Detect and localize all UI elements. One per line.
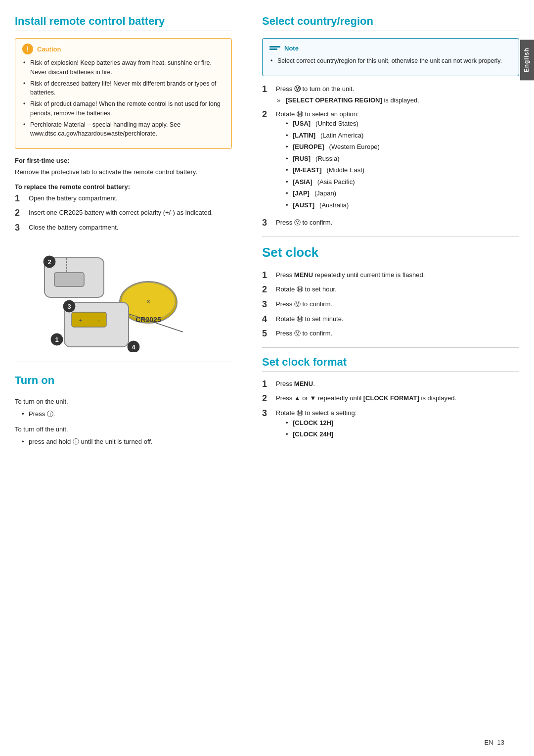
turn-off-intro: To turn off the unit, (15, 425, 232, 435)
select-country-section: Select country/region Note Select correc… (262, 15, 519, 229)
replace-step-2: 2 Insert one CR2025 battery with correct… (15, 208, 232, 219)
set-clock-format-step-3-text: Rotate Ⓜ to select a setting: (276, 409, 356, 417)
svg-rect-11 (72, 312, 106, 327)
region-options-list: [USA] (United States) [LATIN] (Latin Ame… (286, 119, 519, 210)
set-clock-step-2: 2 Rotate Ⓜ to set hour. (262, 284, 519, 295)
caution-item: Perchlorate Material – special handling … (22, 120, 224, 139)
region-option-usa: [USA] (United States) (286, 119, 519, 129)
caution-header: ! Caution (22, 44, 224, 54)
install-title: Install remote control battery (15, 15, 232, 31)
set-clock-step-4: 4 Rotate Ⓜ to set minute. (262, 314, 519, 325)
main-layout: Install remote control battery ! Caution… (0, 15, 534, 449)
country-steps-list: 1 Press Ⓜ to turn on the unit. [SELECT O… (262, 84, 519, 229)
caution-item: Risk of product damage! When the remote … (22, 99, 224, 118)
set-clock-format-step-2: 2 Press ▲ or ▼ repeatedly until [CLOCK F… (262, 393, 519, 404)
svg-text:4: 4 (132, 343, 135, 351)
region-option-jap: [JAP] (Japan) (286, 189, 519, 198)
caution-label: Caution (37, 46, 61, 53)
set-clock-step-5: 5 Press Ⓜ to confirm. (262, 329, 519, 339)
caution-icon: ! (22, 44, 33, 54)
first-use-heading: For first-time use: (15, 157, 232, 164)
section-divider-2 (262, 236, 519, 237)
country-step-2-text: Rotate Ⓜ to select an option: (276, 110, 359, 118)
caution-item: Risk of explosion! Keep batteries away f… (22, 58, 224, 77)
language-tab: English (520, 40, 534, 80)
note-icon (269, 44, 280, 52)
svg-rect-1 (54, 273, 84, 286)
region-option-europe: [EUROPE] (Western Europe) (286, 142, 519, 152)
country-step-1-text: Press Ⓜ to turn on the unit. (276, 85, 354, 93)
set-clock-format-steps-list: 1 Press MENU. 2 Press ▲ or ▼ repeatedly … (262, 379, 519, 441)
footer-label: EN (484, 739, 493, 746)
set-clock-format-step-1: 1 Press MENU. (262, 379, 519, 390)
set-clock-title: Set clock (262, 245, 519, 263)
section-divider-3 (262, 347, 519, 348)
turn-on-section: Turn on To turn on the unit, Press ⓘ. To… (15, 374, 232, 447)
country-step-3: 3 Press Ⓜ to confirm. (262, 218, 519, 229)
clock-options-list: [CLOCK 12H] [CLOCK 24H] (286, 418, 519, 439)
set-clock-step-3: 3 Press Ⓜ to confirm. (262, 299, 519, 310)
replace-heading: To replace the remote control battery: (15, 183, 232, 190)
country-step-2: 2 Rotate Ⓜ to select an option: [USA] (U… (262, 109, 519, 214)
caution-list: Risk of explosion! Keep batteries away f… (22, 58, 224, 139)
set-clock-step-1: 1 Press MENU repeatedly until current ti… (262, 270, 519, 281)
set-clock-format-step-3: 3 Rotate Ⓜ to select a setting: [CLOCK 1… (262, 408, 519, 441)
replace-step-1: 1 Open the battery compartment. (15, 193, 232, 204)
right-column: Select country/region Note Select correc… (247, 15, 519, 449)
region-option-latin: [LATIN] (Latin America) (286, 131, 519, 141)
page-number: 13 (497, 739, 504, 746)
country-step-1-sub: [SELECT OPERATING REGION] is displayed. (276, 95, 519, 105)
caution-item: Risk of decreased battery life! Never mi… (22, 79, 224, 98)
svg-text:+: + (79, 317, 82, 323)
region-option-aust: [AUST] (Australia) (286, 200, 519, 210)
page-container: English Install remote control battery !… (0, 0, 534, 756)
set-clock-section: Set clock 1 Press MENU repeatedly until … (262, 245, 519, 339)
note-icon-line-2 (269, 48, 277, 50)
note-box: Note Select correct country/region for t… (262, 38, 519, 76)
set-clock-steps-list: 1 Press MENU repeatedly until current ti… (262, 270, 519, 339)
region-option-asia: [ASIA] (Asia Pacific) (286, 177, 519, 187)
svg-text:CR2025: CR2025 (135, 316, 161, 324)
turn-on-intro: To turn on the unit, (15, 397, 232, 407)
install-section: Install remote control battery ! Caution… (15, 15, 232, 352)
set-clock-format-section: Set clock format 1 Press MENU. 2 Press ▲… (262, 356, 519, 441)
select-country-title: Select country/region (262, 15, 519, 31)
turn-off-press: press and hold ⓘ until the unit is turne… (15, 437, 232, 447)
note-label: Note (284, 45, 299, 52)
replace-step-3: 3 Close the battery compartment. (15, 223, 232, 234)
turn-on-press: Press ⓘ. (15, 409, 232, 420)
country-step-1: 1 Press Ⓜ to turn on the unit. [SELECT O… (262, 84, 519, 105)
caution-box: ! Caution Risk of explosion! Keep batter… (15, 38, 232, 149)
clock-option-12h: [CLOCK 12H] (286, 418, 519, 428)
region-option-rus: [RUS] (Russia) (286, 154, 519, 164)
note-text: Select correct country/region for this u… (269, 56, 512, 66)
svg-text:2: 2 (47, 258, 51, 266)
note-text-list: Select correct country/region for this u… (269, 56, 512, 66)
first-use-text: Remove the protective tab to activate th… (15, 167, 232, 177)
svg-text:1: 1 (55, 336, 58, 343)
svg-text:3: 3 (67, 303, 71, 310)
battery-diagram: 2 × CR2025 (30, 243, 218, 352)
turn-on-title: Turn on (15, 374, 232, 390)
section-divider-1 (15, 362, 232, 362)
replace-steps-list: 1 Open the battery compartment. 2 Insert… (15, 193, 232, 234)
clock-option-24h: [CLOCK 24H] (286, 429, 519, 439)
left-column: Install remote control battery ! Caution… (15, 15, 247, 449)
note-header: Note (269, 44, 512, 52)
svg-text:-: - (98, 317, 100, 323)
note-icon-line-1 (269, 46, 280, 47)
svg-text:×: × (146, 297, 150, 306)
region-option-meast: [M-EAST] (Middle East) (286, 165, 519, 175)
set-clock-format-title: Set clock format (262, 356, 519, 372)
page-footer: EN 13 (484, 739, 504, 746)
